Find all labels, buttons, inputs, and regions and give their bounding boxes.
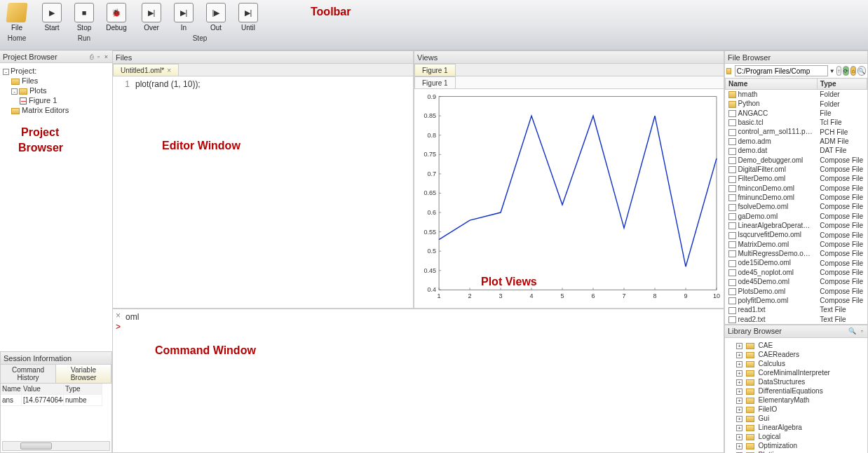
library-item[interactable]: + ElementaryMath bbox=[728, 395, 864, 405]
file-row[interactable]: fminuncDemo.omlCompose File bbox=[726, 193, 867, 202]
file-row[interactable]: polyfitDemo.omlCompose File bbox=[726, 296, 867, 305]
expand-icon[interactable]: - bbox=[3, 69, 9, 75]
library-item[interactable]: + CAEReaders bbox=[728, 350, 864, 359]
file-row[interactable]: read2.txtText File bbox=[726, 315, 867, 324]
tree-item[interactable]: Matrix Editors bbox=[3, 105, 109, 115]
expand-icon[interactable]: + bbox=[736, 379, 742, 386]
library-item[interactable]: + Gui bbox=[728, 414, 864, 423]
file-row[interactable]: fsolveDemo.omlCompose File bbox=[726, 202, 867, 211]
library-item[interactable]: + LinearAlgebra bbox=[728, 423, 864, 432]
expand-icon[interactable]: + bbox=[736, 352, 742, 358]
tool-group-label: Home bbox=[8, 34, 27, 42]
tree-item[interactable]: -Plots bbox=[3, 86, 109, 95]
file-row[interactable]: ode15iDemo.omlCompose File bbox=[726, 258, 867, 267]
expand-icon[interactable]: + bbox=[736, 388, 742, 395]
file-row[interactable]: read1.txtText File bbox=[726, 305, 867, 314]
project-tree[interactable]: -Project:Files-PlotsFigure 1Matrix Edito… bbox=[0, 63, 112, 118]
library-item[interactable]: + CAE bbox=[728, 341, 864, 350]
session-tab[interactable]: Command History bbox=[1, 365, 56, 383]
until-button[interactable]: ▶|Until bbox=[234, 1, 262, 33]
file-row[interactable]: DigitalFilter.omlCompose File bbox=[726, 165, 867, 174]
file-row[interactable]: Demo_debugger.omlCompose File bbox=[726, 156, 867, 165]
expand-icon[interactable]: + bbox=[736, 361, 742, 367]
expand-icon[interactable]: + bbox=[736, 398, 742, 404]
session-information: Session Information Command HistoryVaria… bbox=[0, 351, 112, 453]
grid-cell[interactable]: ans bbox=[1, 395, 22, 406]
library-item[interactable]: + DifferentialEquations bbox=[728, 386, 864, 395]
expand-icon[interactable]: + bbox=[736, 434, 742, 440]
file-row[interactable]: hmathFolder bbox=[726, 90, 867, 100]
stop-button[interactable]: ■Stop bbox=[70, 1, 98, 33]
editor-body[interactable]: 1plot(rand (1, 10)); Editor Window bbox=[113, 76, 413, 308]
library-item[interactable]: + Logical bbox=[728, 432, 864, 441]
file-button[interactable]: File bbox=[3, 1, 31, 33]
expand-icon[interactable]: + bbox=[736, 425, 742, 431]
library-browser-header: Library Browser 🔍 ▫ bbox=[725, 325, 867, 338]
file-row[interactable]: FilterDemo.omlCompose File bbox=[726, 174, 867, 183]
library-item[interactable]: + Optimization bbox=[728, 441, 864, 450]
panel-header-icons[interactable]: ⎙ ▫ × bbox=[90, 53, 109, 60]
library-item[interactable]: + Plotting bbox=[728, 450, 864, 453]
views-tab-2[interactable]: Figure 1 bbox=[414, 76, 456, 88]
library-item[interactable]: + FileIO bbox=[728, 405, 864, 414]
dropdown-icon[interactable]: ▼ bbox=[829, 68, 835, 74]
file-table[interactable]: NameTypehmathFolderPythonFolderANGACCFil… bbox=[725, 78, 867, 324]
command-body[interactable]: × oml > Command Window bbox=[113, 309, 724, 452]
file-row[interactable]: basic.tclTcl File bbox=[726, 118, 867, 127]
file-row[interactable]: ANGACCFile bbox=[726, 109, 867, 118]
file-row[interactable]: PythonFolder bbox=[726, 99, 867, 108]
plot-area[interactable]: 0.40.450.50.550.60.650.70.750.80.850.912… bbox=[414, 89, 724, 308]
file-row[interactable]: PlotsDemo.omlCompose File bbox=[726, 287, 867, 296]
grid-header[interactable]: Name bbox=[1, 384, 22, 395]
grid-cell[interactable]: numbe bbox=[64, 395, 102, 406]
library-item[interactable]: + DataStructures bbox=[728, 377, 864, 386]
expand-icon[interactable]: + bbox=[736, 343, 742, 349]
close-icon[interactable]: × bbox=[167, 67, 171, 74]
views-tab-1[interactable]: Figure 1 bbox=[414, 64, 456, 76]
over-button[interactable]: ▶|Over bbox=[137, 1, 165, 33]
expand-icon[interactable]: - bbox=[11, 88, 18, 95]
column-header[interactable]: Type bbox=[817, 79, 867, 90]
up-folder-button[interactable]: ↑ bbox=[836, 66, 842, 76]
grid-header[interactable]: Type bbox=[64, 384, 102, 395]
library-tree[interactable]: + CAE+ CAEReaders+ Calculus+ CoreMinimal… bbox=[725, 338, 867, 453]
debug-button[interactable]: 🐞Debug bbox=[102, 1, 130, 33]
file-row[interactable]: demo.datDAT File bbox=[726, 146, 867, 155]
search-button[interactable]: 🔍 bbox=[857, 66, 866, 76]
file-row[interactable]: MatrixDemo.omlCompose File bbox=[726, 240, 867, 249]
file-row[interactable]: ode45_noplot.omlCompose File bbox=[726, 268, 867, 277]
refresh-button[interactable]: ⟳ bbox=[843, 66, 849, 76]
start-button[interactable]: ▶Start bbox=[38, 1, 66, 33]
file-row[interactable]: fminconDemo.omlCompose File bbox=[726, 184, 867, 193]
tree-item[interactable]: Files bbox=[3, 76, 109, 86]
file-row[interactable]: lsqcurvefitDemo.omlCompose File bbox=[726, 230, 867, 239]
scroll-thumb[interactable] bbox=[20, 442, 52, 449]
home-button[interactable]: ⌂ bbox=[850, 66, 856, 76]
file-row[interactable]: LinearAlgebraOperat…Compose File bbox=[726, 221, 867, 230]
editor-tab[interactable]: Untitled1.oml* × bbox=[113, 64, 179, 76]
expand-icon[interactable]: + bbox=[736, 370, 742, 377]
column-header[interactable]: Name bbox=[726, 79, 818, 90]
session-tab[interactable]: Variable Browser bbox=[56, 365, 111, 383]
tree-item[interactable]: -Project: bbox=[3, 66, 109, 76]
expand-icon[interactable]: + bbox=[736, 443, 742, 449]
library-item[interactable]: + CoreMinimalInterpreter bbox=[728, 368, 864, 377]
command-close-icon[interactable]: × bbox=[116, 311, 121, 320]
file-row[interactable]: demo.admADM File bbox=[726, 137, 867, 146]
file-row[interactable]: MultiRegressDemo.o…Compose File bbox=[726, 249, 867, 258]
scrollbar[interactable] bbox=[2, 441, 110, 451]
file-row[interactable]: control_arm_sol111.p…PCH File bbox=[726, 127, 867, 136]
tree-item[interactable]: Figure 1 bbox=[3, 95, 109, 105]
out-button[interactable]: |▶Out bbox=[202, 1, 230, 33]
file-row[interactable]: ode45Demo.omlCompose File bbox=[726, 277, 867, 286]
path-input[interactable] bbox=[735, 65, 828, 76]
in-button[interactable]: ▶|In bbox=[170, 1, 198, 33]
grid-header[interactable]: Value bbox=[22, 384, 64, 395]
expand-icon[interactable]: + bbox=[736, 407, 742, 413]
file-row[interactable]: gaDemo.omlCompose File bbox=[726, 212, 867, 221]
panel-header-icons[interactable]: 🔍 ▫ bbox=[848, 327, 864, 334]
expand-icon[interactable]: + bbox=[736, 416, 742, 422]
grid-cell[interactable]: [14.677406444… bbox=[22, 395, 64, 406]
variable-grid[interactable]: NameValueTypeans[14.677406444…numbe bbox=[1, 384, 111, 406]
library-item[interactable]: + Calculus bbox=[728, 359, 864, 368]
